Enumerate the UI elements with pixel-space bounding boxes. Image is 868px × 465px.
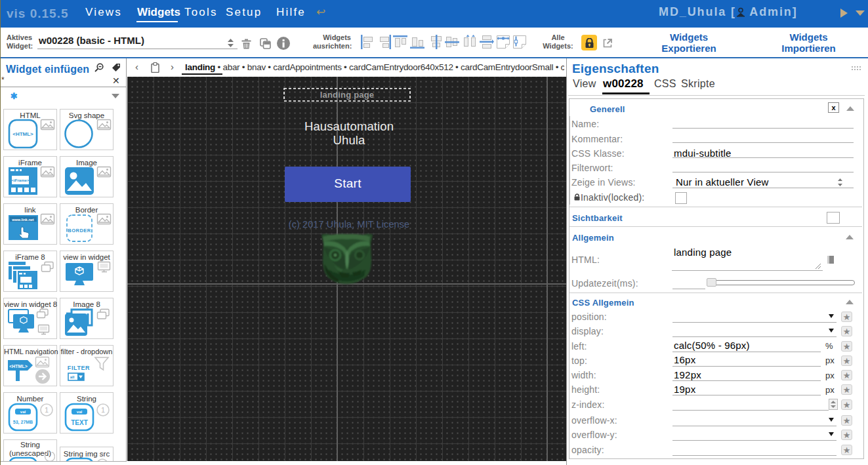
- svg-text:1: 1: [45, 406, 49, 414]
- svg-text:<iFrame>: <iFrame>: [12, 178, 30, 182]
- svg-text:all: all: [70, 375, 75, 379]
- svg-text:1: 1: [101, 406, 105, 414]
- svg-text:<HTML>: <HTML>: [9, 364, 28, 369]
- svg-text:FILTER: FILTER: [68, 365, 90, 371]
- svg-text:val: val: [77, 410, 83, 414]
- svg-text:BORDER: BORDER: [68, 228, 91, 233]
- svg-text:val: val: [20, 410, 26, 414]
- svg-text:TEXT: TEXT: [71, 419, 88, 426]
- svg-text:53, 27MB: 53, 27MB: [13, 420, 33, 425]
- svg-text:<HTML>: <HTML>: [12, 131, 33, 137]
- svg-text:www.link.net: www.link.net: [11, 218, 34, 222]
